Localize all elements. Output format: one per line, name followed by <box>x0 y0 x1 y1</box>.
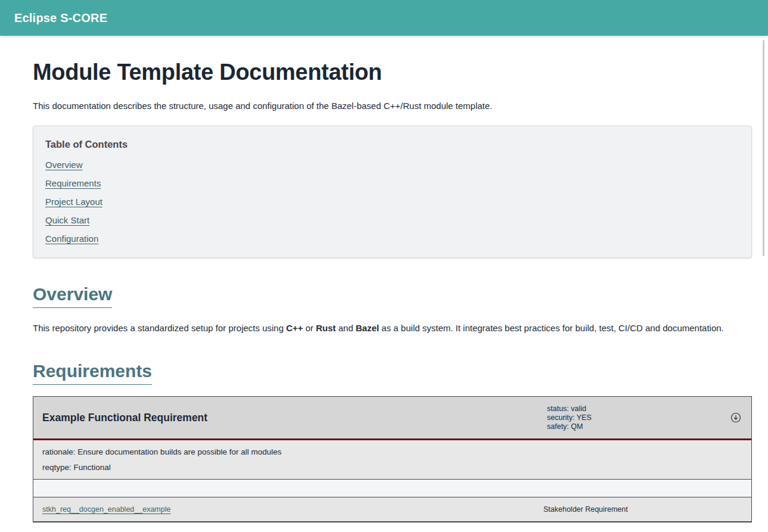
overview-heading-link[interactable]: Overview <box>33 284 112 308</box>
toc-item: Configuration <box>45 234 739 244</box>
circled-arrow-down-icon <box>730 412 741 423</box>
toc-item: Overview <box>45 160 739 170</box>
requirement-title: Example Functional Requirement <box>42 412 547 424</box>
toc-item: Quick Start <box>45 215 739 226</box>
linked-requirement-link[interactable]: stkh_req__docgen_enabled__example <box>42 505 543 514</box>
overview-paragraph: This repository provides a standardized … <box>33 322 752 335</box>
section-heading-overview: Overview <box>33 284 752 308</box>
toc-title: Table of Contents <box>45 139 739 150</box>
requirement-meta: status: valid security: YES safety: QM <box>547 405 719 431</box>
main-content: Module Template Documentation This docum… <box>0 60 768 522</box>
requirement-security: security: YES <box>547 413 719 422</box>
section-heading-requirements: Requirements <box>33 361 752 385</box>
requirement-body: rationale: Ensure documentation builds a… <box>33 440 751 480</box>
toc-link-quick-start[interactable]: Quick Start <box>45 215 89 225</box>
toc-item: Requirements <box>45 178 739 189</box>
requirement-safety: safety: QM <box>547 422 719 431</box>
requirement-rationale: rationale: Ensure documentation builds a… <box>42 448 742 456</box>
requirement-status: status: valid <box>547 405 719 413</box>
scrollbar-thumb[interactable] <box>763 40 764 256</box>
requirement-links-row: stkh_req__docgen_enabled__example Stakeh… <box>33 497 751 521</box>
toc-panel: Table of Contents Overview Requirements … <box>33 126 752 258</box>
toc-link-configuration[interactable]: Configuration <box>45 234 98 244</box>
collapse-button[interactable] <box>729 411 742 424</box>
toc-link-requirements[interactable]: Requirements <box>45 178 101 188</box>
toc-link-overview[interactable]: Overview <box>45 160 83 170</box>
app-header: Eclipse S-CORE <box>0 0 768 36</box>
toc-link-project-layout[interactable]: Project Layout <box>45 197 102 207</box>
requirement-card-header: Example Functional Requirement status: v… <box>33 397 751 440</box>
toc-item: Project Layout <box>45 197 739 207</box>
intro-paragraph: This documentation describes the structu… <box>33 99 752 113</box>
app-title: Eclipse S-CORE <box>14 11 107 25</box>
requirement-reqtype: reqtype: Functional <box>42 463 742 472</box>
requirements-heading-link[interactable]: Requirements <box>33 361 152 385</box>
toc-list: Overview Requirements Project Layout Qui… <box>45 160 739 244</box>
requirement-card: Example Functional Requirement status: v… <box>33 396 752 522</box>
page-title: Module Template Documentation <box>33 60 752 86</box>
linked-requirement-type: Stakeholder Requirement <box>543 505 751 514</box>
requirement-spacer-row <box>33 480 751 497</box>
